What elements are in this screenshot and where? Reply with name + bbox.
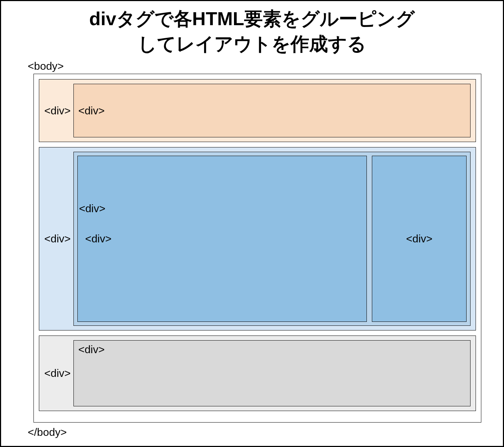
content-label: <div> xyxy=(85,233,111,245)
main-wrapper-label: <div> xyxy=(79,202,105,215)
footer-section: <div> <div> xyxy=(39,336,476,411)
header-section: <div> <div> xyxy=(39,79,476,142)
header-inner-box: <div> xyxy=(73,84,471,137)
footer-inner-box: <div> xyxy=(73,340,471,406)
header-inner-label: <div> xyxy=(78,105,104,117)
body-close-tag: </body> xyxy=(28,426,503,438)
sidebar-label: <div> xyxy=(406,233,432,245)
body-open-tag: <body> xyxy=(28,60,503,72)
header-outer-label: <div> xyxy=(44,105,71,117)
main-outer-label: <div> xyxy=(44,233,71,245)
title-line-2: してレイアウトを作成する xyxy=(138,33,366,54)
body-container: <div> <div> <div> <div> <div> <div> xyxy=(33,74,481,423)
main-section: <div> <div> <div> <div> xyxy=(39,147,476,330)
main-row: <div> <div> xyxy=(77,156,467,322)
main-inner-box: <div> <div> <div> xyxy=(73,152,471,326)
diagram-title: divタグで各HTML要素をグルーピング してレイアウトを作成する xyxy=(15,6,489,56)
content-box: <div> xyxy=(77,156,367,322)
sidebar-box: <div> xyxy=(372,156,467,322)
diagram-frame: divタグで各HTML要素をグルーピング してレイアウトを作成する <body>… xyxy=(0,0,504,447)
footer-outer-label: <div> xyxy=(44,367,71,379)
title-line-1: divタグで各HTML要素をグルーピング xyxy=(89,8,415,29)
footer-inner-label: <div> xyxy=(78,343,104,356)
